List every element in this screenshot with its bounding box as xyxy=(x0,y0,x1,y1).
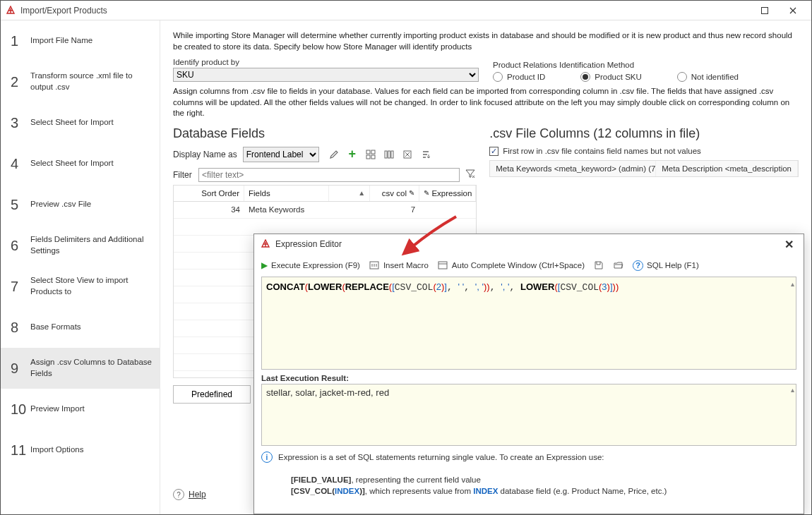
radio-icon xyxy=(677,72,687,82)
svg-rect-2 xyxy=(371,150,375,154)
col-sort-order[interactable]: Sort Order xyxy=(174,186,244,201)
step-number: 7 xyxy=(11,279,30,295)
step-3[interactable]: 3Select Sheet for Import xyxy=(1,102,160,143)
col-fields[interactable]: Fields xyxy=(244,186,329,201)
app-icon xyxy=(5,5,16,16)
button-label: Auto Complete Window (Ctrl+Space) xyxy=(452,261,585,269)
relations-label: Product Relations Identification Method xyxy=(493,61,799,69)
step-number: 4 xyxy=(11,156,30,172)
step-number: 11 xyxy=(11,442,30,459)
columns-icon[interactable] xyxy=(383,148,395,161)
step-10[interactable]: 10Preview Import xyxy=(1,389,160,430)
grid-row[interactable]: 34 Meta Keywords 7 xyxy=(174,202,476,219)
step-number: 1 xyxy=(11,33,30,49)
display-name-dropdown[interactable]: Frontend Label xyxy=(243,147,319,162)
radio-not-identified[interactable]: Not identified xyxy=(677,72,739,82)
csv-col-header[interactable]: Meta Description <meta_description xyxy=(656,161,798,176)
title-bar: Import/Export Products xyxy=(1,1,811,20)
radio-label: Product SKU xyxy=(595,73,641,81)
insert-macro-button[interactable]: Insert Macro xyxy=(369,260,429,271)
close-button[interactable] xyxy=(779,1,807,20)
pencil-small-icon: ✎ xyxy=(424,189,429,197)
step-number: 9 xyxy=(11,360,30,377)
funnel-clear-icon[interactable] xyxy=(464,169,477,181)
dialog-close-button[interactable]: ✕ xyxy=(780,238,798,251)
sort-asc-icon[interactable]: ▲ xyxy=(358,189,365,197)
col-expression[interactable]: Expression xyxy=(431,189,472,198)
clear-icon[interactable] xyxy=(401,148,414,161)
svg-rect-7 xyxy=(391,151,393,158)
radio-product-sku[interactable]: Product SKU xyxy=(580,72,641,82)
step-5[interactable]: 5Preview .csv File xyxy=(1,184,160,225)
display-name-label: Display Name as xyxy=(173,150,237,159)
step-number: 10 xyxy=(11,401,30,418)
step-11[interactable]: 11Import Options xyxy=(1,430,160,471)
filter-label: Filter xyxy=(173,170,194,180)
step-6[interactable]: 6Fields Delimiters and Additional Settin… xyxy=(1,225,160,266)
radio-product-id[interactable]: Product ID xyxy=(493,72,545,82)
first-row-checkbox[interactable]: ✓ First row in .csv file contains field … xyxy=(489,147,799,156)
identify-dropdown[interactable]: SKU xyxy=(173,68,479,82)
step-label: Import Options xyxy=(30,444,153,456)
expression-code-editor[interactable]: ▴CONCAT(LOWER(REPLACE([CSV_COL(2)], ' ',… xyxy=(261,277,796,370)
svg-rect-1 xyxy=(366,150,370,154)
step-number: 2 xyxy=(11,74,30,90)
step-label: Import File Name xyxy=(30,35,153,47)
col-csv[interactable]: csv col xyxy=(382,189,407,198)
step-2[interactable]: 2Transform source .xml file to output .c… xyxy=(1,61,160,102)
play-icon: ▶ xyxy=(261,260,268,270)
grid-row[interactable] xyxy=(174,219,476,236)
pencil-icon[interactable] xyxy=(328,148,340,161)
help-blue-icon: ? xyxy=(633,260,643,271)
plus-icon[interactable]: + xyxy=(346,148,359,161)
sql-help-button[interactable]: ?SQL Help (F1) xyxy=(633,260,699,271)
step-4[interactable]: 4Select Sheet for Import xyxy=(1,143,160,184)
step-8[interactable]: 8Base Formats xyxy=(1,307,160,348)
result-output[interactable]: ▴stellar, solar, jacket-m-red, red xyxy=(261,384,796,446)
step-label: Select Store View to import Products to xyxy=(30,275,153,297)
step-number: 6 xyxy=(11,238,30,254)
step-1[interactable]: 1Import File Name xyxy=(1,20,160,61)
svg-rect-10 xyxy=(438,262,447,269)
svg-rect-4 xyxy=(371,155,375,159)
step-7[interactable]: 7Select Store View to import Products to xyxy=(1,266,160,307)
step-label: Transform source .xml file to output .cs… xyxy=(30,71,153,92)
csv-columns-heading: .csv File Columns (12 columns in file) xyxy=(489,126,799,141)
radio-icon xyxy=(493,72,503,82)
sort-icon[interactable] xyxy=(419,148,432,161)
svg-rect-5 xyxy=(385,151,387,158)
open-button[interactable] xyxy=(613,260,624,271)
filter-input[interactable] xyxy=(198,168,460,182)
checkbox-label: First row in .csv file contains field na… xyxy=(503,147,701,155)
step-number: 3 xyxy=(11,115,30,131)
checkbox-checked-icon: ✓ xyxy=(489,147,498,156)
cell-fields: Meta Keywords xyxy=(244,205,329,214)
help-link[interactable]: ? Help xyxy=(173,489,206,500)
csv-col-header[interactable]: Meta Keywords <meta_keyword> (admin) (7) xyxy=(490,161,656,176)
step-label: Base Formats xyxy=(30,322,153,333)
scroll-up-icon[interactable]: ▴ xyxy=(791,386,794,394)
button-label: Execute Expression (F9) xyxy=(271,261,360,269)
cell-sort: 34 xyxy=(174,205,244,214)
svg-rect-0 xyxy=(762,7,768,13)
result-label: Last Execution Result: xyxy=(261,374,796,382)
intro-text: While importing Store Manager will deter… xyxy=(173,30,799,52)
execute-button[interactable]: ▶Execute Expression (F9) xyxy=(261,260,360,270)
autocomplete-button[interactable]: Auto Complete Window (Ctrl+Space) xyxy=(437,260,585,271)
step-label: Select Sheet for Import xyxy=(30,117,153,128)
step-label: Preview .csv File xyxy=(30,199,153,210)
svg-rect-3 xyxy=(366,155,370,159)
step-9[interactable]: 9Assign .csv Columns to Database Fields xyxy=(1,348,160,389)
step-label: Preview Import xyxy=(30,404,153,415)
folder-open-icon xyxy=(613,260,624,271)
scroll-up-icon[interactable]: ▴ xyxy=(791,279,794,289)
save-button[interactable] xyxy=(593,260,604,271)
grid-icon[interactable] xyxy=(364,148,377,161)
button-label: SQL Help (F1) xyxy=(647,261,699,269)
csv-column-headers[interactable]: Meta Keywords <meta_keyword> (admin) (7)… xyxy=(489,160,799,177)
maximize-button[interactable] xyxy=(751,1,779,20)
predefined-button[interactable]: Predefined xyxy=(173,385,251,404)
database-fields-heading: Database Fields xyxy=(173,126,477,141)
help-label: Help xyxy=(189,490,206,499)
dialog-toolbar: ▶Execute Expression (F9) Insert Macro Au… xyxy=(254,254,804,277)
